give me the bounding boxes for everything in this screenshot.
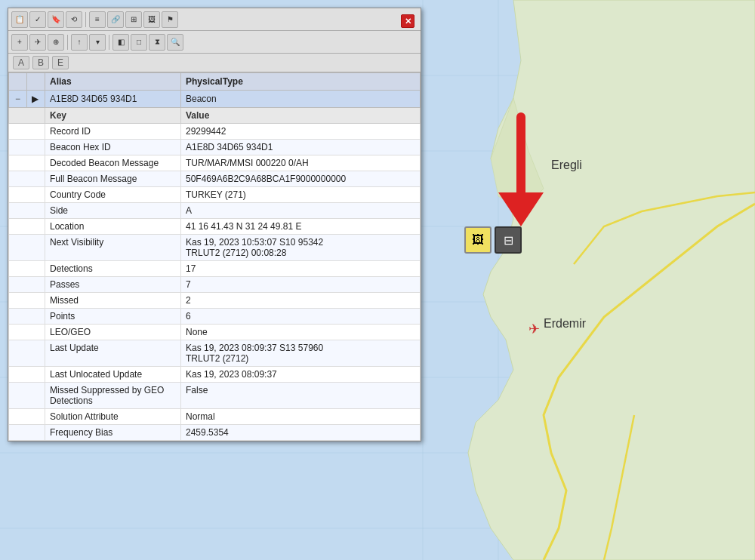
- value-cell: A: [181, 203, 421, 219]
- table-row: Points6: [9, 309, 421, 325]
- value-cell: 29299442: [181, 124, 421, 140]
- key-cell: Last Unlocated Update: [45, 367, 181, 383]
- svg-marker-14: [498, 192, 544, 226]
- value-cell: 6: [181, 309, 421, 325]
- toolbar-menu-btn[interactable]: ≡: [89, 11, 106, 28]
- toolbar-check-btn[interactable]: ✓: [29, 11, 46, 28]
- toolbar-split-btn[interactable]: ◧: [112, 34, 129, 51]
- key-cell: Next Visibility: [45, 235, 181, 261]
- value-cell: Kas 19, 2023 08:09:37: [181, 367, 421, 383]
- key-cell: Country Code: [45, 187, 181, 203]
- key-cell: Passes: [45, 277, 181, 293]
- map-arrow: [491, 109, 551, 232]
- toolbar-square-btn[interactable]: □: [131, 34, 147, 51]
- row-indent-cell: [9, 261, 45, 277]
- table-row: SideA: [9, 203, 421, 219]
- key-cell: Side: [45, 203, 181, 219]
- row-indent-cell: [9, 277, 45, 293]
- toolbar-add-btn[interactable]: +: [11, 34, 28, 51]
- value-cell: 41 16 41.43 N 31 24 49.81 E: [181, 219, 421, 235]
- table-row: Last Unlocated UpdateKas 19, 2023 08:09:…: [9, 367, 421, 383]
- table-row: Full Beacon Message50F469A6B2C9A68BCA1F9…: [9, 171, 421, 187]
- key-cell: Detections: [45, 261, 181, 277]
- toolbar-refresh-btn[interactable]: ⟲: [66, 11, 82, 28]
- value-cell: TURKEY (271): [181, 187, 421, 203]
- row-indent-cell: [9, 155, 45, 171]
- toolbar-hourglass-btn[interactable]: ⧗: [149, 34, 165, 51]
- value-cell: 50F469A6B2C9A68BCA1F9000000000: [181, 171, 421, 187]
- toolbar-book-btn[interactable]: 📋: [11, 11, 28, 28]
- table-row: Record ID29299442: [9, 124, 421, 140]
- erdemir-label: Erdemir: [544, 317, 586, 331]
- table-row: Last UpdateKas 19, 2023 08:09:37 S13 579…: [9, 340, 421, 367]
- arrow-cell[interactable]: ▶: [27, 91, 45, 108]
- separator-3: [109, 35, 109, 50]
- separator-2: [67, 35, 68, 50]
- row-indent-cell: [9, 187, 45, 203]
- value-cell: 7: [181, 277, 421, 293]
- table-row: Missed2: [9, 293, 421, 309]
- value-cell: 2: [181, 293, 421, 309]
- abc-b-btn[interactable]: B: [32, 56, 49, 69]
- row-indent-cell: [9, 219, 45, 235]
- table-row: Next VisibilityKas 19, 2023 10:53:07 S10…: [9, 235, 421, 261]
- toolbar-extra-btn[interactable]: ⊞: [125, 11, 142, 28]
- table-row: LEO/GEONone: [9, 325, 421, 340]
- key-cell: Record ID: [45, 124, 181, 140]
- toolbar-img-btn[interactable]: 🖼: [143, 11, 160, 28]
- table-row: Passes7: [9, 277, 421, 293]
- beacon-row[interactable]: − ▶ A1E8D 34D65 934D1 Beacon: [9, 91, 421, 108]
- row-indent-cell: [9, 383, 45, 409]
- abc-e-btn[interactable]: E: [52, 56, 69, 69]
- value-col-header: Value: [181, 108, 421, 124]
- value-cell: False: [181, 383, 421, 409]
- table-row: Frequency Bias2459.5354: [9, 425, 421, 441]
- toolbar-flag-btn[interactable]: ⚑: [162, 11, 178, 28]
- separator-1: [85, 12, 86, 27]
- table-row: Location41 16 41.43 N 31 24 49.81 E: [9, 219, 421, 235]
- abc-a-btn[interactable]: A: [13, 56, 29, 69]
- row-indent-cell: [9, 171, 45, 187]
- abc-toolbar: A B E: [8, 54, 421, 72]
- beacon-icon-symbol[interactable]: ⊟: [495, 226, 522, 254]
- toolbar-bookmark-btn[interactable]: 🔖: [48, 11, 64, 28]
- beacon-icon-image[interactable]: 🖼: [464, 226, 492, 254]
- row-indent-cell: [9, 367, 45, 383]
- toolbar-target-btn[interactable]: ⊕: [48, 34, 64, 51]
- toolbar-search-btn[interactable]: 🔍: [167, 34, 183, 51]
- key-cell: Full Beacon Message: [45, 171, 181, 187]
- column-header-row: Alias PhysicalType: [9, 73, 421, 91]
- data-panel[interactable]: Alias PhysicalType − ▶ A1E8D 34D65 934D1…: [8, 72, 421, 441]
- row-indent-cell: [9, 309, 45, 325]
- value-cell: Kas 19, 2023 10:53:07 S10 95342 TRLUT2 (…: [181, 235, 421, 261]
- erdemir-plane-icon: ✈: [528, 321, 540, 337]
- main-panel: 📋 ✓ 🔖 ⟲ ≡ 🔗 ⊞ 🖼 ⚑ ✕ + ✈ ⊕ ↑ ▾ ◧ □ ⧗ 🔍 A …: [8, 8, 421, 442]
- table-row: Beacon Hex IDA1E8D 34D65 934D1: [9, 140, 421, 155]
- value-cell: 17: [181, 261, 421, 277]
- value-cell: Normal: [181, 409, 421, 425]
- value-cell: A1E8D 34D65 934D1: [181, 140, 421, 155]
- value-cell: None: [181, 325, 421, 340]
- expand-cell[interactable]: −: [9, 91, 27, 108]
- expand-col-header: [9, 73, 27, 91]
- row-indent-cell: [9, 203, 45, 219]
- table-row: Solution AttributeNormal: [9, 409, 421, 425]
- row-indent-cell: [9, 409, 45, 425]
- toolbar-top: 📋 ✓ 🔖 ⟲ ≡ 🔗 ⊞ 🖼 ⚑ ✕: [8, 8, 421, 31]
- row-indent-cell: [9, 293, 45, 309]
- key-cell: Points: [45, 309, 181, 325]
- key-cell: LEO/GEO: [45, 325, 181, 340]
- key-cell: Solution Attribute: [45, 409, 181, 425]
- toolbar-down-btn[interactable]: ▾: [89, 34, 106, 51]
- toolbar-plane-btn[interactable]: ✈: [29, 34, 46, 51]
- data-table: Alias PhysicalType − ▶ A1E8D 34D65 934D1…: [8, 72, 421, 441]
- beacon-alias-cell: A1E8D 34D65 934D1: [45, 91, 181, 108]
- close-button[interactable]: ✕: [401, 14, 414, 28]
- table-row: Detections17: [9, 261, 421, 277]
- row-indent-cell: [9, 425, 45, 441]
- key-col-header: Key: [45, 108, 181, 124]
- kv-header-row: Key Value: [9, 108, 421, 124]
- value-cell: Kas 19, 2023 08:09:37 S13 57960 TRLUT2 (…: [181, 340, 421, 367]
- toolbar-link-btn[interactable]: 🔗: [107, 11, 124, 28]
- toolbar-up-btn[interactable]: ↑: [71, 34, 88, 51]
